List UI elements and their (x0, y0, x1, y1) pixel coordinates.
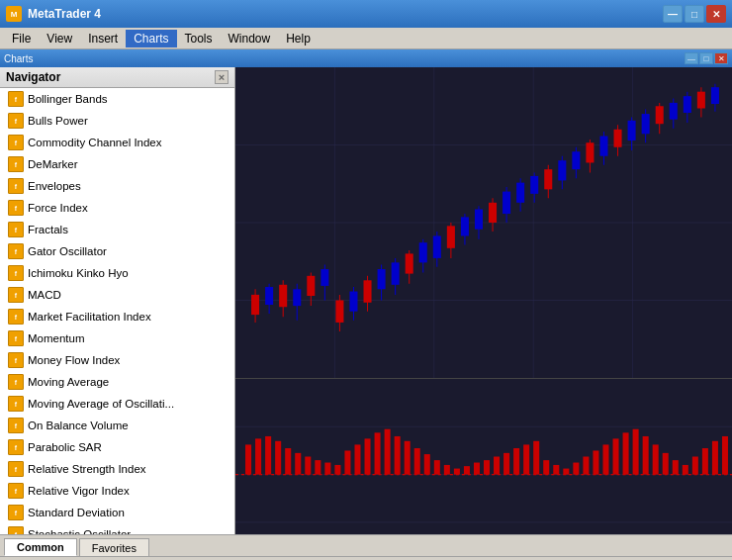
svg-rect-154 (474, 463, 480, 475)
inner-minimize-button[interactable]: — (685, 52, 698, 64)
svg-rect-153 (464, 466, 470, 474)
svg-rect-155 (484, 460, 490, 474)
indicator-icon: f (8, 287, 24, 303)
svg-rect-123 (697, 92, 705, 109)
svg-rect-176 (692, 457, 698, 475)
nav-item-ichimoku[interactable]: f Ichimoku Kinko Hyo (0, 262, 234, 284)
chart-area[interactable] (235, 67, 732, 534)
title-bar-left: M MetaTrader 4 (6, 6, 101, 22)
menu-tools[interactable]: Tools (177, 30, 221, 47)
nav-item-demarker[interactable]: f DeMarker (0, 153, 234, 175)
indicator-icon: f (8, 309, 24, 325)
close-button[interactable]: ✕ (706, 5, 726, 23)
svg-rect-101 (544, 169, 552, 189)
menu-view[interactable]: View (39, 30, 80, 47)
nav-item-force-index[interactable]: f Force Index (0, 197, 234, 219)
navigator-close-button[interactable]: × (215, 70, 229, 84)
nav-item-std-dev[interactable]: f Standard Deviation (0, 502, 234, 523)
svg-rect-77 (378, 269, 386, 289)
svg-rect-150 (434, 460, 440, 474)
inner-maximize-button[interactable]: □ (699, 52, 713, 64)
svg-rect-93 (489, 203, 497, 223)
svg-rect-164 (573, 463, 579, 475)
svg-rect-67 (307, 276, 315, 296)
svg-rect-168 (613, 438, 619, 474)
svg-rect-159 (523, 444, 529, 474)
svg-rect-99 (530, 176, 538, 194)
svg-rect-142 (354, 444, 360, 474)
svg-rect-113 (628, 121, 636, 140)
menu-window[interactable]: Window (221, 30, 279, 47)
menu-charts[interactable]: Charts (126, 30, 176, 47)
svg-rect-89 (461, 217, 469, 235)
nav-item-rsi[interactable]: f Relative Strength Index (0, 458, 234, 480)
sub-chart[interactable] (235, 379, 732, 534)
indicator-icon: f (8, 330, 24, 346)
svg-rect-71 (335, 301, 343, 323)
svg-text:M: M (11, 10, 18, 19)
nav-item-macd[interactable]: f MACD (0, 284, 234, 306)
tab-favorites[interactable]: Favorites (79, 538, 149, 556)
svg-rect-139 (324, 463, 330, 475)
nav-item-stochastic[interactable]: f Stochastic Oscillator (0, 523, 234, 534)
svg-rect-81 (406, 253, 413, 273)
svg-rect-146 (395, 436, 401, 475)
svg-rect-144 (375, 432, 381, 474)
nav-item-fractals[interactable]: f Fractals (0, 219, 234, 240)
indicator-icon: f (8, 156, 24, 172)
indicator-icon: f (8, 200, 24, 216)
svg-rect-75 (364, 280, 372, 302)
svg-rect-103 (558, 160, 566, 180)
svg-rect-171 (643, 436, 649, 475)
nav-item-moving-avg-osc[interactable]: f Moving Average of Oscillati... (0, 393, 234, 415)
nav-item-bulls-power[interactable]: f Bulls Power (0, 110, 234, 132)
menu-insert[interactable]: Insert (80, 30, 126, 47)
candlestick-chart (235, 67, 732, 378)
nav-item-bollinger-bands[interactable]: f Bollinger Bands (0, 88, 234, 110)
svg-rect-156 (494, 457, 500, 475)
indicator-icon: f (8, 483, 24, 499)
svg-rect-147 (405, 441, 411, 475)
navigator-panel: Navigator × f Bollinger Bands f Bulls Po… (0, 67, 235, 534)
svg-rect-119 (670, 103, 678, 120)
navigator-header: Navigator × (0, 67, 234, 88)
menu-file[interactable]: File (4, 30, 39, 47)
svg-rect-91 (475, 210, 483, 230)
svg-rect-125 (711, 87, 719, 104)
svg-rect-111 (614, 130, 622, 147)
svg-rect-161 (543, 460, 549, 474)
nav-item-mfi-index[interactable]: f Market Facilitation Index (0, 306, 234, 327)
svg-rect-69 (320, 269, 328, 286)
svg-rect-59 (251, 295, 259, 315)
nav-item-rvi[interactable]: f Relative Vigor Index (0, 480, 234, 502)
nav-item-gator[interactable]: f Gator Oscillator (0, 240, 234, 262)
svg-rect-97 (516, 183, 524, 203)
nav-item-obv[interactable]: f On Balance Volume (0, 415, 234, 436)
svg-rect-138 (315, 460, 320, 474)
navigator-list[interactable]: f Bollinger Bands f Bulls Power f Commod… (0, 88, 234, 534)
indicator-icon: f (8, 418, 24, 433)
svg-rect-167 (602, 444, 608, 474)
nav-item-momentum[interactable]: f Momentum (0, 327, 234, 349)
navigator-title: Navigator (6, 70, 60, 84)
nav-item-parabolic[interactable]: f Parabolic SAR (0, 436, 234, 458)
indicator-icon: f (8, 396, 24, 412)
svg-rect-135 (285, 448, 291, 475)
svg-rect-157 (503, 453, 509, 475)
minimize-button[interactable]: — (663, 5, 683, 23)
svg-rect-178 (712, 441, 718, 475)
menu-help[interactable]: Help (278, 30, 319, 47)
svg-rect-132 (255, 438, 261, 474)
status-bar: ▓▒░▓ 13/1 kb (0, 556, 732, 560)
main-chart[interactable] (235, 67, 732, 379)
svg-rect-131 (245, 444, 251, 474)
svg-rect-151 (444, 465, 450, 475)
inner-close-button[interactable]: ✕ (714, 52, 728, 64)
maximize-button[interactable]: □ (685, 5, 704, 23)
nav-item-money-flow[interactable]: f Money Flow Index (0, 349, 234, 371)
tab-common[interactable]: Common (4, 538, 77, 556)
main-area: Navigator × f Bollinger Bands f Bulls Po… (0, 67, 732, 534)
nav-item-envelopes[interactable]: f Envelopes (0, 175, 234, 197)
nav-item-moving-avg[interactable]: f Moving Average (0, 371, 234, 393)
nav-item-cci[interactable]: f Commodity Channel Index (0, 132, 234, 153)
